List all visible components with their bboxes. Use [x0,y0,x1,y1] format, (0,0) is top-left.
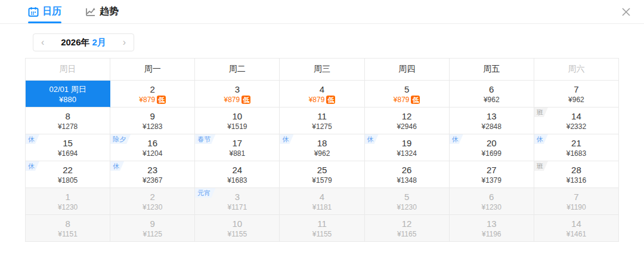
calendar-cell[interactable]: 休21¥1683 [534,134,619,161]
price-line: ¥962 [484,96,500,104]
price-label: ¥1230 [482,203,501,211]
calendar-cell[interactable]: 休22¥1805 [26,161,110,188]
day-number: 21 [571,138,581,149]
calendar-cell[interactable]: 12¥1165 [365,215,450,242]
calendar-cell[interactable]: 休19¥1324 [365,134,450,161]
calendar-cell[interactable]: 除夕16¥1204 [110,134,195,161]
tab-bar: 日历 趋势 [0,0,644,23]
calendar-cell[interactable]: 9¥1125 [110,215,195,242]
price-line: ¥1204 [143,149,162,158]
calendar-cell[interactable]: 25¥1579 [280,161,364,188]
price-label: ¥1379 [482,176,501,185]
day-number: 18 [317,138,327,149]
price-line: ¥1171 [228,203,247,211]
close-icon[interactable] [618,4,634,20]
calendar-cell[interactable]: 4¥879低 [280,81,364,107]
day-number: 2 [150,84,155,95]
calendar-cell[interactable]: 休20¥1699 [450,134,534,161]
price-line: ¥1230 [397,203,416,211]
day-number: 14 [571,219,581,229]
weekday-header: 周一 [110,59,195,81]
day-number: 12 [402,219,412,229]
next-month-chevron-icon[interactable]: › [123,38,126,47]
weekday-header: 周日 [26,59,110,81]
calendar-cell[interactable]: 7¥1190 [534,188,619,215]
price-label: ¥1165 [397,230,416,238]
price-line: ¥1699 [482,149,501,158]
calendar-cell[interactable]: 休18¥962 [280,134,364,161]
price-label: ¥2332 [566,122,586,131]
calendar-row: 休22¥1805休23¥236724¥168325¥157926¥134827¥… [26,161,619,188]
price-label: ¥1683 [566,149,586,158]
calendar-cell[interactable]: 12¥2946 [365,107,450,134]
holiday-badge: 除夕 [110,134,131,144]
calendar-cell[interactable]: 班14¥2332 [534,107,619,134]
calendar-cell[interactable]: 5¥879低 [365,81,450,107]
calendar-cell[interactable]: 7¥962 [534,81,619,107]
calendar-cell[interactable]: 11¥1155 [280,215,364,242]
calendar-cell[interactable]: 休23¥2367 [110,161,195,188]
calendar-cell[interactable]: 26¥1348 [365,161,450,188]
weekday-header: 周二 [195,59,280,81]
price-line: ¥879低 [224,96,251,104]
price-label: ¥1694 [58,149,78,158]
tab-trend-label: 趋势 [100,5,119,18]
calendar-cell[interactable]: 27¥1379 [450,161,534,188]
holiday-badge: 休 [365,134,379,144]
calendar-cell[interactable]: 1¥1230 [26,188,110,215]
price-line: ¥1316 [566,176,586,185]
calendar-cell[interactable]: 6¥1230 [450,188,534,215]
price-label: ¥1196 [482,230,501,238]
weekday-header: 周六 [534,59,619,81]
low-price-badge: 低 [411,96,420,104]
day-number: 23 [147,165,157,176]
calendar-cell-selected[interactable]: 02/01 周日¥880 [26,81,110,107]
calendar-cell[interactable]: 11¥1275 [280,107,364,134]
price-line: ¥1694 [58,149,78,158]
day-number: 8 [65,219,70,229]
calendar-cell[interactable]: 3¥879低 [195,81,280,107]
calendar-cell[interactable]: 13¥1196 [450,215,534,242]
calendar-cell[interactable]: 10¥1155 [195,215,280,242]
price-line: ¥880 [59,96,76,104]
prev-month-chevron-icon[interactable]: ‹ [41,38,44,47]
price-label: ¥1155 [312,230,332,238]
calendar-cell[interactable]: 13¥2848 [450,107,534,134]
day-number: 22 [63,165,73,176]
calendar-cell[interactable]: 休15¥1694 [26,134,110,161]
price-line: ¥1165 [397,230,416,238]
price-calendar: 周日周一周二周三周四周五周六 02/01 周日¥8802¥879低3¥879低4… [25,58,619,242]
tab-trend[interactable]: 趋势 [85,0,119,23]
calendar-cell[interactable]: 24¥1683 [195,161,280,188]
day-number: 13 [487,219,497,229]
day-number: 16 [147,138,157,149]
price-label: ¥1324 [397,149,416,158]
calendar-cell[interactable]: 8¥1278 [26,107,110,134]
calendar-body: 02/01 周日¥8802¥879低3¥879低4¥879低5¥879低6¥96… [26,81,619,242]
calendar-cell[interactable]: 14¥1461 [534,215,619,242]
holiday-badge: 春节 [195,134,215,144]
price-line: ¥2848 [482,122,501,131]
price-label: ¥1125 [143,230,162,238]
price-label: ¥962 [568,96,584,104]
holiday-badge: 元宵 [195,188,215,198]
calendar-cell[interactable]: 2¥1230 [110,188,195,215]
price-line: ¥1190 [566,203,586,211]
calendar-cell[interactable]: 5¥1230 [365,188,450,215]
day-number: 11 [317,111,327,122]
trend-icon [85,7,96,17]
tab-calendar[interactable]: 日历 [28,0,61,23]
calendar-cell[interactable]: 10¥1519 [195,107,280,134]
weekday-header: 周四 [365,59,450,81]
low-price-badge: 低 [242,96,250,104]
calendar-cell[interactable]: 4¥1181 [280,188,364,215]
calendar-cell[interactable]: 元宵3¥1171 [195,188,280,215]
calendar-cell[interactable]: 春节17¥881 [195,134,280,161]
price-label: ¥1283 [143,122,162,131]
calendar-cell[interactable]: 班28¥1316 [534,161,619,188]
day-number: 2 [150,192,155,202]
calendar-cell[interactable]: 9¥1283 [110,107,195,134]
calendar-cell[interactable]: 6¥962 [450,81,534,107]
calendar-cell[interactable]: 8¥1151 [26,215,110,242]
calendar-cell[interactable]: 2¥879低 [110,81,195,107]
